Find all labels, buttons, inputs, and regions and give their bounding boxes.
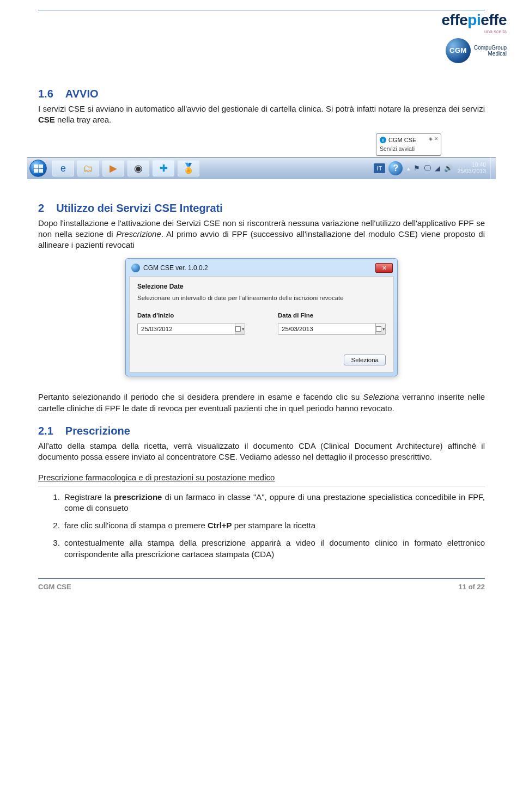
system-tray: ⚑ 🖵 ◢ 🔊 xyxy=(413,163,457,173)
info-icon: i xyxy=(380,137,386,143)
footer-left: CGM CSE xyxy=(38,582,71,592)
start-date-dropdown-icon[interactable]: ▾ xyxy=(235,323,245,334)
taskbar-user-icon[interactable]: 🏅 xyxy=(178,160,199,176)
step-3: contestualmente alla stampa della prescr… xyxy=(62,538,485,560)
footer-right: 11 of 22 xyxy=(459,582,485,592)
tray-flag-icon[interactable]: ⚑ xyxy=(413,163,420,173)
taskbar-help-icon[interactable]: ? xyxy=(388,161,403,175)
start-button[interactable] xyxy=(27,157,49,179)
subheading-prescrizione: Prescrizione farmacologica e di prestazi… xyxy=(38,472,485,486)
end-date-input[interactable]: 25/03/2013 ▾ xyxy=(278,323,386,335)
logo-cgm: CGM CompuGroupMedical xyxy=(442,38,507,63)
taskbar-ie-icon[interactable]: e xyxy=(52,160,74,176)
section-2-1-body: All'atto della stampa della ricetta, ver… xyxy=(38,441,485,463)
taskbar-app-icon[interactable]: ◉ xyxy=(127,160,149,176)
heading-2-1: 2.1Prescrizione xyxy=(38,424,485,438)
heading-1-6: 1.6AVVIO xyxy=(38,87,485,101)
tray-network-icon[interactable]: ◢ xyxy=(435,163,440,173)
start-date-value: 25/03/2012 xyxy=(138,325,235,334)
taskbar-screenshot: ◈✕ i CGM CSE Servizi avviati e 🗂 ▶ ◉ ✚ 🏅 xyxy=(27,133,496,179)
tray-volume-icon[interactable]: 🔊 xyxy=(444,163,453,173)
tooltip-body: Servizi avviati xyxy=(380,145,437,152)
cgm-ball-icon: CGM xyxy=(446,38,471,63)
taskbar-clock[interactable]: 10:40 25/03/2013 xyxy=(457,162,490,174)
tray-tooltip: ◈✕ i CGM CSE Servizi avviati xyxy=(376,133,441,156)
start-date-input[interactable]: 25/03/2012 ▾ xyxy=(137,323,245,335)
heading-2: 2Utilizzo dei Servizi CSE Integrati xyxy=(38,201,485,216)
dialog-instruction: Selezionare un intervallo di date per l'… xyxy=(137,294,386,303)
label-start-date: Data d'Inizio xyxy=(137,312,245,320)
steps-list: Registrare la prescrizione di un farmaco… xyxy=(62,492,485,560)
dialog-close-button[interactable]: ✕ xyxy=(375,263,393,273)
tray-chevron-icon[interactable]: ▴ xyxy=(407,164,410,173)
section-1-6-body: I servizi CSE si avviano in automatico a… xyxy=(38,103,485,126)
taskbar-media-icon[interactable]: ▶ xyxy=(102,160,124,176)
show-desktop-button[interactable] xyxy=(490,157,496,179)
tooltip-close-icons: ◈✕ xyxy=(429,136,439,142)
windows-orb-icon xyxy=(29,160,47,177)
seleziona-button[interactable]: Seleziona xyxy=(344,355,386,365)
section-2-body: Dopo l'installazione e l'attivazione dei… xyxy=(38,218,485,251)
taskbar-plus-icon[interactable]: ✚ xyxy=(153,160,174,176)
cgm-text: CompuGroupMedical xyxy=(474,45,507,57)
step-2: fare clic sull'icona di stampa o premere… xyxy=(62,520,485,531)
logo-effepieffe: effepieffe xyxy=(442,10,507,30)
header-logos: effepieffe una scelta CGM CompuGroupMedi… xyxy=(442,10,507,63)
dialog-app-icon xyxy=(131,264,140,272)
date-selection-dialog: CGM CSE ver. 1.0.0.2 ✕ Selezione Date Se… xyxy=(125,258,398,376)
end-date-dropdown-icon[interactable]: ▾ xyxy=(375,323,385,334)
tray-monitor-icon[interactable]: 🖵 xyxy=(424,163,431,173)
page-footer: CGM CSE 11 of 22 xyxy=(38,578,485,592)
after-dialog-body: Pertanto selezionando il periodo che si … xyxy=(38,392,485,414)
end-date-value: 25/03/2013 xyxy=(278,325,375,334)
taskbar-language[interactable]: IT xyxy=(374,163,386,174)
dialog-heading: Selezione Date xyxy=(137,282,386,291)
tooltip-title: CGM CSE xyxy=(388,136,416,144)
label-end-date: Data di Fine xyxy=(278,312,386,320)
windows-taskbar: e 🗂 ▶ ◉ ✚ 🏅 IT ? ▴ ⚑ 🖵 ◢ 🔊 10:40 25/03/2… xyxy=(27,157,496,179)
step-1: Registrare la prescrizione di un farmaco… xyxy=(62,492,485,514)
taskbar-explorer-icon[interactable]: 🗂 xyxy=(77,160,99,176)
dialog-title: CGM CSE ver. 1.0.0.2 xyxy=(143,264,372,272)
